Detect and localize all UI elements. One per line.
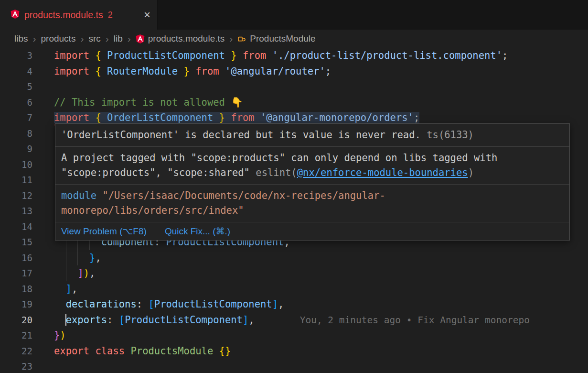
line-number[interactable]: 13: [0, 203, 32, 219]
code-token: [178, 66, 183, 77]
close-icon[interactable]: ×: [144, 9, 150, 21]
code-token: [421, 129, 427, 141]
chevron-right-icon: ›: [80, 33, 84, 44]
breadcrumb-item-products[interactable]: products: [41, 33, 76, 44]
breadcrumb-label: lib: [114, 33, 123, 44]
code-line-4[interactable]: 4import { RouterModule } from '@angular/…: [0, 64, 588, 79]
line-number[interactable]: 21: [0, 328, 32, 343]
indent-guide: [77, 250, 78, 266]
code-token: class: [95, 345, 125, 357]
code-line-6[interactable]: 6// This import is not allowed 👇: [0, 95, 588, 110]
code-line-17[interactable]: 17 ]),: [0, 265, 588, 281]
line-number[interactable]: 4: [0, 64, 32, 79]
line-number[interactable]: 16: [0, 250, 32, 266]
breadcrumb-item-src[interactable]: src: [88, 33, 100, 44]
code-text: import { RouterModule } from '@angular/r…: [54, 66, 331, 77]
code-content: exports: [ProductListComponent],You, 2 m…: [54, 312, 530, 328]
code-token: [89, 345, 95, 357]
code-token: ;: [502, 50, 508, 61]
hover-section-module-path: module "/Users/isaac/Documents/code/nx-r…: [55, 185, 569, 222]
line-number[interactable]: 12: [0, 188, 32, 204]
line-number[interactable]: 8: [0, 126, 32, 142]
line-number[interactable]: 14: [0, 219, 32, 235]
code-token: import: [54, 112, 89, 123]
code-token: ,: [248, 314, 254, 326]
line-number[interactable]: 7: [0, 110, 32, 126]
code-line-21[interactable]: 21}): [0, 328, 588, 343]
tab-products-module-ts[interactable]: products.module.ts 2 ×: [0, 0, 158, 30]
code-line-23[interactable]: 23: [0, 359, 588, 373]
code-token: [: [119, 314, 125, 326]
breadcrumb-item-products-module-ts[interactable]: products.module.ts: [136, 33, 225, 44]
code-token: ,: [72, 283, 77, 295]
code-line-16[interactable]: 16 },: [0, 250, 588, 266]
code-token: {}: [219, 345, 231, 357]
line-number[interactable]: 23: [0, 359, 32, 373]
line-number[interactable]: 22: [0, 343, 32, 359]
hover-popup: 'OrderListComponent' is declared but its…: [55, 123, 570, 241]
breadcrumb-label: libs: [14, 33, 28, 44]
code-token: [89, 50, 95, 61]
code-content: declarations: [ProductListComponent],: [54, 296, 284, 312]
code-token: ProductsModule: [130, 345, 213, 357]
code-token: ]: [77, 267, 83, 279]
line-number[interactable]: 9: [0, 141, 32, 157]
line-number[interactable]: 19: [0, 296, 32, 312]
error-squiggle-range: import { OrderListComponent } from '@ang…: [54, 112, 419, 123]
code-token: eslint(: [256, 167, 297, 178]
code-line-5[interactable]: 5: [0, 79, 588, 95]
code-content: ],: [54, 281, 77, 297]
breadcrumb-item-lib[interactable]: lib: [114, 33, 123, 44]
code-token: from: [195, 66, 219, 77]
line-number[interactable]: 3: [0, 48, 32, 64]
line-number[interactable]: 20: [0, 312, 32, 328]
code-token: ,: [89, 267, 95, 279]
code-line-20[interactable]: 20 exports: [ProductListComponent],You, …: [0, 312, 588, 328]
line-number[interactable]: 15: [0, 234, 32, 250]
code-token: [54, 314, 66, 326]
code-token: }: [89, 252, 95, 263]
view-problem-action[interactable]: View Problem (⌥F8): [61, 226, 147, 237]
hover-actions: View Problem (⌥F8)Quick Fix... (⌘.): [55, 222, 569, 240]
class-symbol-icon: [237, 34, 246, 44]
breadcrumb-label: products: [41, 33, 76, 44]
text-cursor: [65, 314, 66, 326]
breadcrumb-item-productsmodule[interactable]: ProductsModule: [237, 33, 315, 44]
code-token: [225, 112, 231, 123]
breadcrumb: libs›products›src›lib›products.module.ts…: [0, 30, 588, 48]
code-line-19[interactable]: 19 declarations: [ProductListComponent],: [0, 296, 588, 312]
code-text: ],: [54, 283, 77, 295]
chevron-right-icon: ›: [105, 33, 109, 44]
line-number[interactable]: 10: [0, 157, 32, 173]
indent-guide: [66, 265, 66, 281]
code-content: // This import is not allowed 👇: [54, 95, 243, 110]
code-token: module: [61, 190, 102, 201]
angular-icon: [136, 34, 145, 44]
eslint-rule-link[interactable]: @nx/enforce-module-boundaries: [297, 167, 468, 178]
code-line-22[interactable]: 22export class ProductsModule {}: [0, 343, 588, 359]
line-number[interactable]: 17: [0, 265, 32, 281]
code-token: [101, 66, 107, 77]
code-token: '@angular/router': [225, 66, 325, 77]
code-line-3[interactable]: 3import { ProductListComponent } from '.…: [0, 48, 588, 64]
quick-fix-action[interactable]: Quick Fix... (⌘.): [165, 226, 230, 237]
code-content: },: [54, 250, 101, 266]
indent-guide: [66, 250, 66, 266]
code-line-18[interactable]: 18 ],: [0, 281, 588, 297]
code-token: export: [54, 345, 89, 357]
breadcrumb-item-libs[interactable]: libs: [14, 33, 28, 44]
code-token: ]: [272, 298, 278, 310]
line-number[interactable]: 5: [0, 79, 32, 95]
line-number[interactable]: 11: [0, 172, 32, 188]
code-text: exports: [ProductListComponent],: [54, 314, 255, 326]
hover-section-ts-diagnostic: 'OrderListComponent' is declared but its…: [55, 124, 569, 147]
code-token: ,: [95, 252, 101, 263]
code-token: import: [54, 66, 89, 77]
code-token: ]: [66, 283, 72, 295]
line-number[interactable]: 6: [0, 95, 32, 110]
code-token: [89, 112, 95, 123]
line-number[interactable]: 18: [0, 281, 32, 297]
code-content: export class ProductsModule {}: [54, 343, 231, 359]
code-token: }: [54, 329, 60, 341]
code-token: [266, 50, 272, 61]
